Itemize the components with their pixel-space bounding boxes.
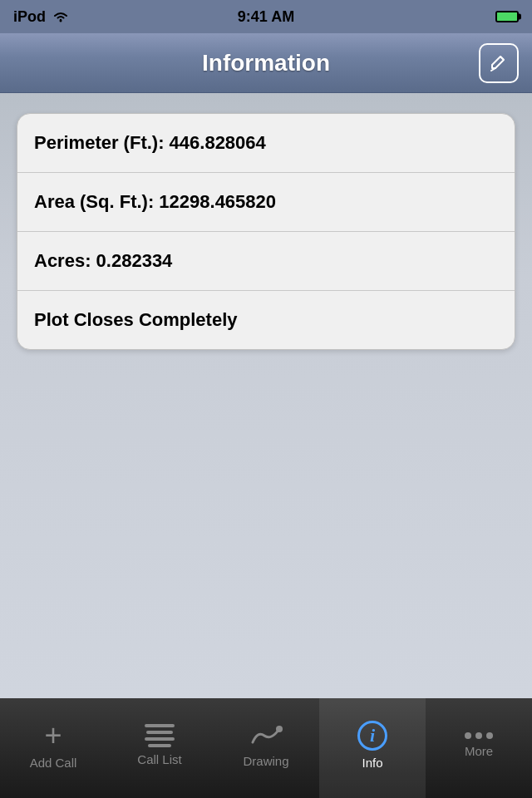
- info-icon: i: [357, 721, 387, 751]
- tab-drawing-label: Drawing: [243, 754, 288, 768]
- tab-bar: + Add Call Call List Drawing i Info: [0, 698, 532, 798]
- status-bar: iPod 9:41 AM: [0, 0, 532, 33]
- tab-drawing[interactable]: Drawing: [213, 698, 319, 798]
- tab-info-label: Info: [362, 756, 382, 770]
- edit-button[interactable]: [479, 43, 519, 83]
- svg-point-0: [60, 20, 62, 22]
- tab-more-label: More: [465, 744, 493, 758]
- drawing-icon: [249, 722, 283, 749]
- perimeter-row: Perimeter (Ft.): 446.828064: [17, 114, 515, 173]
- tab-add-call[interactable]: + Add Call: [0, 698, 106, 798]
- status-time: 9:41 AM: [238, 8, 294, 26]
- tab-call-list[interactable]: Call List: [106, 698, 213, 798]
- nav-bar: Information: [0, 33, 532, 93]
- status-right: [495, 11, 519, 22]
- plus-icon: +: [44, 721, 62, 751]
- main-content: Perimeter (Ft.): 446.828064 Area (Sq. Ft…: [0, 93, 532, 698]
- tab-info[interactable]: i Info: [319, 698, 426, 798]
- page-title: Information: [53, 50, 479, 76]
- info-table: Perimeter (Ft.): 446.828064 Area (Sq. Ft…: [17, 113, 515, 350]
- tab-add-call-label: Add Call: [30, 756, 77, 770]
- call-list-icon: [145, 724, 175, 747]
- more-icon: [465, 732, 493, 739]
- area-row: Area (Sq. Ft.): 12298.465820: [17, 173, 515, 232]
- tab-call-list-label: Call List: [137, 752, 181, 766]
- tab-more[interactable]: More: [426, 698, 532, 798]
- wifi-icon: [52, 10, 69, 23]
- battery-icon: [495, 11, 519, 22]
- plot-closes-row: Plot Closes Completely: [17, 291, 515, 349]
- svg-point-2: [276, 726, 283, 732]
- device-label: iPod: [13, 8, 46, 26]
- acres-row: Acres: 0.282334: [17, 232, 515, 291]
